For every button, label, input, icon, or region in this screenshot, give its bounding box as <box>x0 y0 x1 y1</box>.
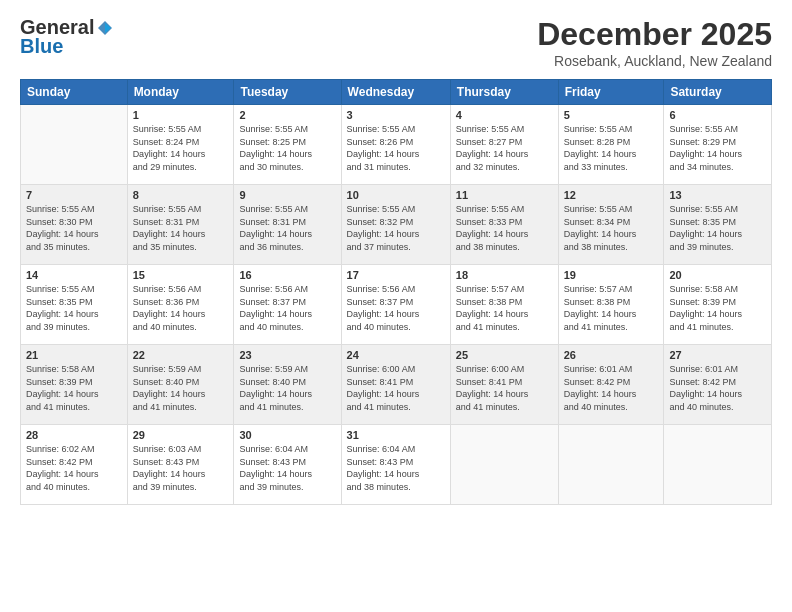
day-info: Sunrise: 5:55 AM Sunset: 8:33 PM Dayligh… <box>456 203 553 253</box>
day-info: Sunrise: 5:55 AM Sunset: 8:24 PM Dayligh… <box>133 123 229 173</box>
table-row: 28Sunrise: 6:02 AM Sunset: 8:42 PM Dayli… <box>21 425 128 505</box>
table-row: 29Sunrise: 6:03 AM Sunset: 8:43 PM Dayli… <box>127 425 234 505</box>
table-row: 4Sunrise: 5:55 AM Sunset: 8:27 PM Daylig… <box>450 105 558 185</box>
table-row: 16Sunrise: 5:56 AM Sunset: 8:37 PM Dayli… <box>234 265 341 345</box>
day-number: 26 <box>564 349 659 361</box>
table-row: 14Sunrise: 5:55 AM Sunset: 8:35 PM Dayli… <box>21 265 128 345</box>
day-number: 3 <box>347 109 445 121</box>
table-row: 8Sunrise: 5:55 AM Sunset: 8:31 PM Daylig… <box>127 185 234 265</box>
table-row: 21Sunrise: 5:58 AM Sunset: 8:39 PM Dayli… <box>21 345 128 425</box>
day-info: Sunrise: 6:01 AM Sunset: 8:42 PM Dayligh… <box>564 363 659 413</box>
day-info: Sunrise: 6:00 AM Sunset: 8:41 PM Dayligh… <box>456 363 553 413</box>
day-number: 1 <box>133 109 229 121</box>
day-number: 28 <box>26 429 122 441</box>
calendar-table: Sunday Monday Tuesday Wednesday Thursday… <box>20 79 772 505</box>
col-tuesday: Tuesday <box>234 80 341 105</box>
day-number: 12 <box>564 189 659 201</box>
table-row: 6Sunrise: 5:55 AM Sunset: 8:29 PM Daylig… <box>664 105 772 185</box>
day-info: Sunrise: 5:58 AM Sunset: 8:39 PM Dayligh… <box>26 363 122 413</box>
day-info: Sunrise: 5:55 AM Sunset: 8:26 PM Dayligh… <box>347 123 445 173</box>
day-number: 24 <box>347 349 445 361</box>
day-number: 25 <box>456 349 553 361</box>
logo-blue: Blue <box>20 35 63 58</box>
day-info: Sunrise: 5:55 AM Sunset: 8:32 PM Dayligh… <box>347 203 445 253</box>
title-section: December 2025 Rosebank, Auckland, New Ze… <box>537 16 772 69</box>
day-number: 29 <box>133 429 229 441</box>
day-number: 15 <box>133 269 229 281</box>
logo-icon <box>96 19 114 37</box>
day-info: Sunrise: 5:57 AM Sunset: 8:38 PM Dayligh… <box>456 283 553 333</box>
day-info: Sunrise: 6:02 AM Sunset: 8:42 PM Dayligh… <box>26 443 122 493</box>
day-info: Sunrise: 6:03 AM Sunset: 8:43 PM Dayligh… <box>133 443 229 493</box>
table-row: 5Sunrise: 5:55 AM Sunset: 8:28 PM Daylig… <box>558 105 664 185</box>
day-info: Sunrise: 5:55 AM Sunset: 8:35 PM Dayligh… <box>669 203 766 253</box>
table-row: 11Sunrise: 5:55 AM Sunset: 8:33 PM Dayli… <box>450 185 558 265</box>
day-number: 30 <box>239 429 335 441</box>
col-monday: Monday <box>127 80 234 105</box>
day-number: 7 <box>26 189 122 201</box>
calendar-week-1: 1Sunrise: 5:55 AM Sunset: 8:24 PM Daylig… <box>21 105 772 185</box>
table-row <box>558 425 664 505</box>
day-number: 22 <box>133 349 229 361</box>
table-row: 3Sunrise: 5:55 AM Sunset: 8:26 PM Daylig… <box>341 105 450 185</box>
day-info: Sunrise: 5:59 AM Sunset: 8:40 PM Dayligh… <box>239 363 335 413</box>
day-number: 17 <box>347 269 445 281</box>
day-info: Sunrise: 5:55 AM Sunset: 8:31 PM Dayligh… <box>133 203 229 253</box>
day-info: Sunrise: 5:56 AM Sunset: 8:36 PM Dayligh… <box>133 283 229 333</box>
table-row: 26Sunrise: 6:01 AM Sunset: 8:42 PM Dayli… <box>558 345 664 425</box>
table-row <box>664 425 772 505</box>
day-number: 20 <box>669 269 766 281</box>
table-row: 12Sunrise: 5:55 AM Sunset: 8:34 PM Dayli… <box>558 185 664 265</box>
day-info: Sunrise: 6:04 AM Sunset: 8:43 PM Dayligh… <box>347 443 445 493</box>
location: Rosebank, Auckland, New Zealand <box>537 53 772 69</box>
day-info: Sunrise: 5:55 AM Sunset: 8:29 PM Dayligh… <box>669 123 766 173</box>
table-row <box>21 105 128 185</box>
day-number: 14 <box>26 269 122 281</box>
day-number: 2 <box>239 109 335 121</box>
col-saturday: Saturday <box>664 80 772 105</box>
day-info: Sunrise: 5:56 AM Sunset: 8:37 PM Dayligh… <box>239 283 335 333</box>
day-info: Sunrise: 5:55 AM Sunset: 8:30 PM Dayligh… <box>26 203 122 253</box>
day-info: Sunrise: 5:55 AM Sunset: 8:25 PM Dayligh… <box>239 123 335 173</box>
calendar-week-4: 21Sunrise: 5:58 AM Sunset: 8:39 PM Dayli… <box>21 345 772 425</box>
day-info: Sunrise: 5:56 AM Sunset: 8:37 PM Dayligh… <box>347 283 445 333</box>
day-info: Sunrise: 5:57 AM Sunset: 8:38 PM Dayligh… <box>564 283 659 333</box>
header-row: Sunday Monday Tuesday Wednesday Thursday… <box>21 80 772 105</box>
month-title: December 2025 <box>537 16 772 53</box>
col-sunday: Sunday <box>21 80 128 105</box>
day-info: Sunrise: 6:01 AM Sunset: 8:42 PM Dayligh… <box>669 363 766 413</box>
day-number: 8 <box>133 189 229 201</box>
day-number: 21 <box>26 349 122 361</box>
table-row: 7Sunrise: 5:55 AM Sunset: 8:30 PM Daylig… <box>21 185 128 265</box>
table-row: 27Sunrise: 6:01 AM Sunset: 8:42 PM Dayli… <box>664 345 772 425</box>
col-friday: Friday <box>558 80 664 105</box>
table-row <box>450 425 558 505</box>
day-number: 6 <box>669 109 766 121</box>
day-number: 10 <box>347 189 445 201</box>
col-wednesday: Wednesday <box>341 80 450 105</box>
day-info: Sunrise: 5:55 AM Sunset: 8:34 PM Dayligh… <box>564 203 659 253</box>
day-number: 9 <box>239 189 335 201</box>
table-row: 20Sunrise: 5:58 AM Sunset: 8:39 PM Dayli… <box>664 265 772 345</box>
table-row: 2Sunrise: 5:55 AM Sunset: 8:25 PM Daylig… <box>234 105 341 185</box>
day-number: 18 <box>456 269 553 281</box>
calendar-week-5: 28Sunrise: 6:02 AM Sunset: 8:42 PM Dayli… <box>21 425 772 505</box>
day-info: Sunrise: 5:55 AM Sunset: 8:27 PM Dayligh… <box>456 123 553 173</box>
table-row: 19Sunrise: 5:57 AM Sunset: 8:38 PM Dayli… <box>558 265 664 345</box>
calendar-week-2: 7Sunrise: 5:55 AM Sunset: 8:30 PM Daylig… <box>21 185 772 265</box>
day-number: 16 <box>239 269 335 281</box>
table-row: 31Sunrise: 6:04 AM Sunset: 8:43 PM Dayli… <box>341 425 450 505</box>
table-row: 23Sunrise: 5:59 AM Sunset: 8:40 PM Dayli… <box>234 345 341 425</box>
day-info: Sunrise: 5:55 AM Sunset: 8:28 PM Dayligh… <box>564 123 659 173</box>
day-number: 31 <box>347 429 445 441</box>
day-number: 11 <box>456 189 553 201</box>
col-thursday: Thursday <box>450 80 558 105</box>
table-row: 13Sunrise: 5:55 AM Sunset: 8:35 PM Dayli… <box>664 185 772 265</box>
day-number: 19 <box>564 269 659 281</box>
table-row: 10Sunrise: 5:55 AM Sunset: 8:32 PM Dayli… <box>341 185 450 265</box>
day-number: 13 <box>669 189 766 201</box>
day-info: Sunrise: 6:00 AM Sunset: 8:41 PM Dayligh… <box>347 363 445 413</box>
table-row: 22Sunrise: 5:59 AM Sunset: 8:40 PM Dayli… <box>127 345 234 425</box>
table-row: 25Sunrise: 6:00 AM Sunset: 8:41 PM Dayli… <box>450 345 558 425</box>
page: General Blue December 2025 Rosebank, Auc… <box>0 0 792 612</box>
